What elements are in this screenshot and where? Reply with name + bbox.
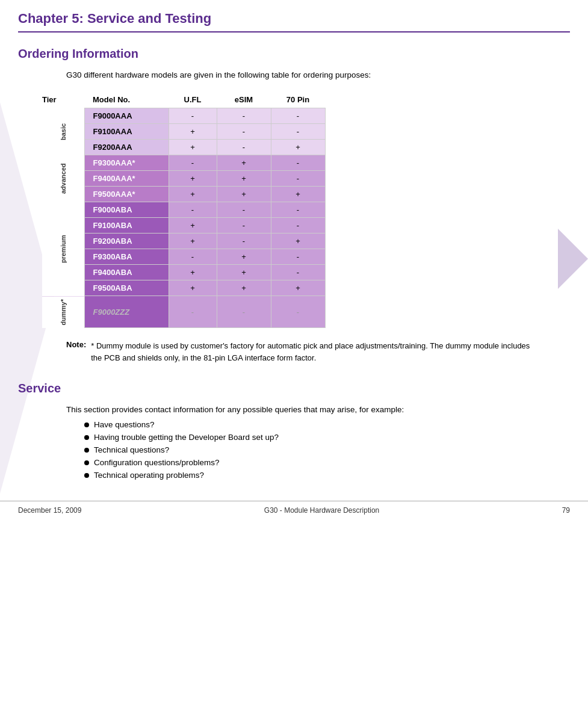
- model-cell: F9000AAA: [84, 108, 169, 124]
- service-intro: This section provides contact informatio…: [66, 405, 570, 414]
- table-row: basic F9000AAA - - -: [42, 108, 325, 124]
- table-row: F9300ABA - + -: [42, 249, 325, 265]
- service-section: Service This section provides contact in…: [18, 382, 570, 480]
- bullet-icon: [84, 473, 89, 478]
- table-row: F9200ABA + - +: [42, 234, 325, 249]
- service-list: Have questions? Having trouble getting t…: [84, 420, 570, 480]
- bullet-icon: [84, 435, 89, 440]
- service-heading: Service: [18, 382, 570, 395]
- table-row: F9500ABA + + +: [42, 280, 325, 296]
- bullet-icon: [84, 422, 89, 427]
- col-header-70pin: 70 Pin: [271, 91, 325, 108]
- table-row: dummy* F9000ZZZ - - -: [42, 296, 325, 328]
- footer-date: December 15, 2009: [18, 506, 81, 515]
- esim-cell: -: [217, 108, 271, 124]
- bullet-icon: [84, 460, 89, 465]
- note-label: Note:: [66, 340, 86, 364]
- ordering-section: Ordering Information G30 different hardw…: [18, 47, 570, 364]
- list-item: Having trouble getting the Developer Boa…: [84, 433, 570, 442]
- list-item: Have questions?: [84, 420, 570, 429]
- ordering-intro: G30 different hardware models are given …: [66, 70, 570, 79]
- table-row: F9100AAA + - -: [42, 124, 325, 140]
- ordering-table-wrapper: Tier Model No. U.FL eSIM 70 Pin basic F9…: [42, 91, 570, 328]
- col-header-tier: Tier: [42, 91, 84, 108]
- bullet-icon: [84, 448, 89, 453]
- list-item: Configuration questions/problems?: [84, 458, 570, 467]
- footer-page-number: 79: [562, 506, 570, 515]
- table-row: F9400AAA* + + -: [42, 171, 325, 187]
- col-header-ufl: U.FL: [169, 91, 217, 108]
- table-row: premium F9000ABA - - -: [42, 202, 325, 218]
- col-header-esim: eSIM: [217, 91, 271, 108]
- col-header-model: Model No.: [84, 91, 169, 108]
- pin70-cell: -: [271, 108, 325, 124]
- table-row: F9100ABA + - -: [42, 218, 325, 234]
- table-row: advanced F9300AAA* - + -: [42, 155, 325, 171]
- table-row: F9400ABA + + -: [42, 265, 325, 280]
- note-section: Note: * Dummy module is used by customer…: [66, 340, 536, 364]
- table-row: F9500AAA* + + +: [42, 187, 325, 202]
- page-footer: December 15, 2009 G30 - Module Hardware …: [0, 501, 588, 519]
- ordering-heading: Ordering Information: [18, 47, 570, 61]
- list-item: Technical operating problems?: [84, 471, 570, 480]
- ordering-table: Tier Model No. U.FL eSIM 70 Pin basic F9…: [42, 91, 326, 328]
- table-row: F9200AAA + - +: [42, 140, 325, 155]
- footer-title: G30 - Module Hardware Description: [81, 506, 562, 515]
- chapter-title: Chapter 5: Service and Testing: [18, 0, 570, 32]
- ufl-cell: -: [169, 108, 217, 124]
- list-item: Technical questions?: [84, 445, 570, 454]
- note-text: * Dummy module is used by customer's fac…: [91, 340, 536, 364]
